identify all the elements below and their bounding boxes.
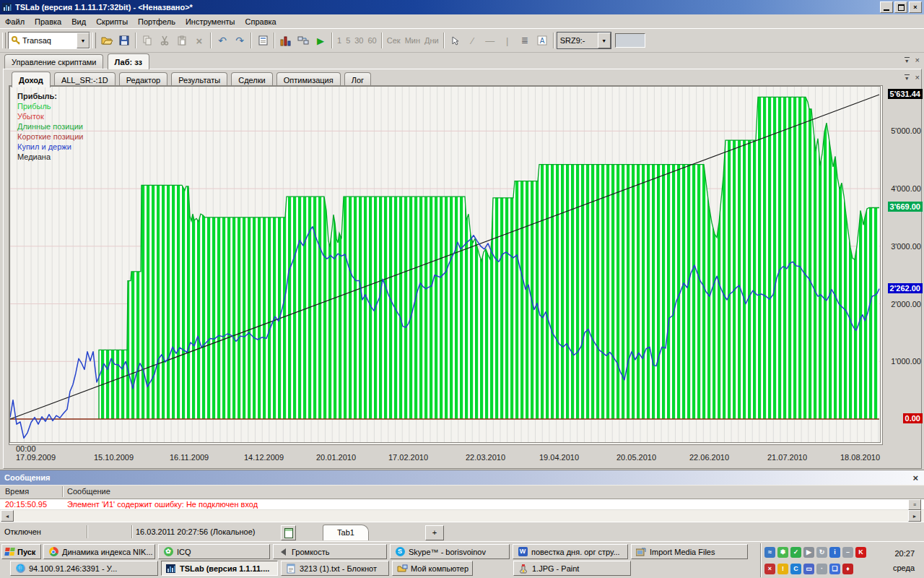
taskbar-item-volume[interactable]: Громкость xyxy=(273,544,387,559)
trendline-tool-button[interactable]: ∕ xyxy=(464,32,481,49)
transaq-combo[interactable]: Transaq ▼ xyxy=(8,32,90,49)
disabled-icon[interactable]: – xyxy=(842,547,853,558)
menu-file[interactable]: Файл xyxy=(0,16,30,27)
power-icon[interactable]: · xyxy=(816,564,827,574)
column-message[interactable]: Сообщение xyxy=(67,487,110,496)
workspace-grid-button[interactable] xyxy=(281,525,296,540)
export-scheme-button[interactable] xyxy=(295,32,312,49)
kaspersky-icon[interactable]: K xyxy=(855,547,866,558)
menu-edit[interactable]: Правка xyxy=(30,16,66,27)
tab-all-sr[interactable]: ALL_SR:-:1D xyxy=(54,72,116,87)
profit-chart[interactable] xyxy=(9,86,881,443)
messages-hscrollbar[interactable]: ◄ ► ≡ xyxy=(0,510,924,521)
tab-income[interactable]: Доход xyxy=(12,72,51,87)
interval-60[interactable]: 60 xyxy=(366,36,379,45)
icq-tray-icon[interactable]: ✽ xyxy=(777,547,788,558)
hline-tool-button[interactable]: — xyxy=(481,32,499,49)
clock-day: среда xyxy=(893,561,915,575)
add-workspace-tab-button[interactable]: + xyxy=(425,525,444,540)
taskbar-item-my-computer[interactable]: Мой компьютер xyxy=(392,561,473,576)
close-tab-icon[interactable]: × xyxy=(915,74,920,82)
taskbar-item-skype[interactable]: S Skype™ - borisvoinov xyxy=(390,544,510,559)
network-signal-icon[interactable]: ≈ xyxy=(764,547,775,558)
delete-button[interactable]: × xyxy=(191,32,208,49)
interval-5[interactable]: 5 xyxy=(344,36,352,45)
tab-optimization[interactable]: Оптимизация xyxy=(276,72,341,87)
taskbar-item-notepad[interactable]: 3213 (1).txt - Блокнот xyxy=(281,561,389,576)
scroll-left-icon[interactable]: ◄ xyxy=(1,510,14,522)
chart-view-button[interactable] xyxy=(277,32,295,49)
unit-min[interactable]: Мин xyxy=(403,36,422,45)
toolbar-grip[interactable] xyxy=(2,33,6,48)
remote-screen-icon[interactable]: ▭ xyxy=(803,564,814,574)
media-drive-icon[interactable]: ▶ xyxy=(803,547,814,558)
firewall-icon[interactable]: ♦ xyxy=(842,564,853,574)
symbol-dropdown-arrow[interactable]: ▼ xyxy=(598,33,611,48)
update-icon[interactable]: ↻ xyxy=(816,547,827,558)
menu-scripts[interactable]: Скрипты xyxy=(91,16,133,27)
taskbar-item-word[interactable]: W повестка дня. орг стру... xyxy=(513,544,628,559)
save-button[interactable] xyxy=(116,32,133,49)
restore-button[interactable] xyxy=(894,1,907,13)
message-row[interactable]: 20:15:50.95 Элемент 'И1' содержит ошибку… xyxy=(0,499,924,510)
empty-combo[interactable] xyxy=(615,33,645,48)
cursor-tool-button[interactable] xyxy=(447,32,464,49)
tab-lab[interactable]: Лаб: зз xyxy=(108,53,149,69)
tab-script-management[interactable]: Управление скриптами xyxy=(4,54,103,69)
menu-tools[interactable]: Инструменты xyxy=(180,16,240,27)
close-button[interactable]: × xyxy=(909,1,922,13)
paste-button[interactable] xyxy=(173,32,191,49)
outer-tab-strip: Управление скриптами Лаб: зз xyxy=(4,53,920,69)
taskbar-item-icq[interactable]: ✿ ICQ xyxy=(158,544,270,559)
taskbar-item-paint[interactable]: 1.JPG - Paint xyxy=(513,561,631,576)
antivirus-ok-icon[interactable]: ✓ xyxy=(790,547,801,558)
scroll-right-icon[interactable]: ► xyxy=(908,510,921,522)
taskbar-item-browser[interactable]: Динамика индекса NIK... xyxy=(43,544,155,559)
cut-button[interactable] xyxy=(156,32,173,49)
scroll-extra-button[interactable]: ≡ xyxy=(908,499,921,510)
info-icon[interactable]: i xyxy=(829,547,840,558)
interval-30[interactable]: 30 xyxy=(352,36,365,45)
redo-button[interactable]: ↷ xyxy=(231,32,248,49)
menu-portfolio[interactable]: Портфель xyxy=(133,16,180,27)
tab-log[interactable]: Лог xyxy=(344,72,371,87)
tab-results[interactable]: Результаты xyxy=(171,72,227,87)
message-text: Элемент 'И1' содержит ошибку: Не подключ… xyxy=(67,500,258,509)
close-panel-icon[interactable]: × xyxy=(915,56,920,64)
unit-days[interactable]: Дни xyxy=(422,36,441,45)
security-warning-icon[interactable]: ! xyxy=(777,564,788,574)
column-time[interactable]: Время xyxy=(5,487,29,496)
system-tray: 20:27 среда ≈✽✓▶↻i–K×!C▭·❏♦ xyxy=(760,543,923,577)
cascade-windows-icon[interactable]: ❏ xyxy=(829,564,840,574)
taskbar-item-tslab[interactable]: TSLab (версия 1.1.11.... xyxy=(161,561,278,576)
toolbar-grip2[interactable] xyxy=(92,33,96,48)
minimize-button[interactable] xyxy=(880,1,893,13)
undo-button[interactable]: ↶ xyxy=(214,32,231,49)
open-button[interactable] xyxy=(98,32,116,49)
interval-1[interactable]: 1 xyxy=(335,36,344,45)
properties-button[interactable] xyxy=(254,32,271,49)
menu-help[interactable]: Справка xyxy=(240,16,282,27)
transaq-dropdown-arrow[interactable]: ▼ xyxy=(77,33,90,48)
messages-close-icon[interactable]: × xyxy=(912,473,918,483)
start-button[interactable]: Пуск xyxy=(1,544,41,559)
menu-view[interactable]: Вид xyxy=(66,16,91,27)
x-axis: 00:0017.09.200915.10.200916.11.200914.12… xyxy=(9,444,919,464)
vline-tool-button[interactable]: | xyxy=(499,32,516,49)
tab-editor[interactable]: Редактор xyxy=(119,72,167,87)
cureit-icon[interactable]: C xyxy=(790,564,801,574)
copy-button[interactable] xyxy=(139,32,156,49)
unit-sec[interactable]: Сек xyxy=(385,36,403,45)
grid-icon xyxy=(284,528,293,538)
text-tool-button[interactable]: A xyxy=(533,32,551,49)
workspace-tab[interactable]: Tab1 xyxy=(323,525,369,540)
network-error-icon[interactable]: × xyxy=(764,564,775,574)
run-button[interactable]: ▶ xyxy=(312,32,329,49)
channel-tool-button[interactable]: ≣ xyxy=(516,32,533,49)
dock-menu-icon2[interactable]: ▼ xyxy=(905,74,910,81)
symbol-combo[interactable]: SRZ9:- ▼ xyxy=(557,32,611,49)
tab-deals[interactable]: Сделки xyxy=(231,72,273,87)
dock-menu-icon[interactable]: ▼ xyxy=(905,57,910,64)
taskbar-item-remote[interactable]: 🌐 94.100.91.246:3391 - У... xyxy=(10,561,158,576)
taskbar-item-import-media[interactable]: Import Media Files xyxy=(631,544,748,559)
